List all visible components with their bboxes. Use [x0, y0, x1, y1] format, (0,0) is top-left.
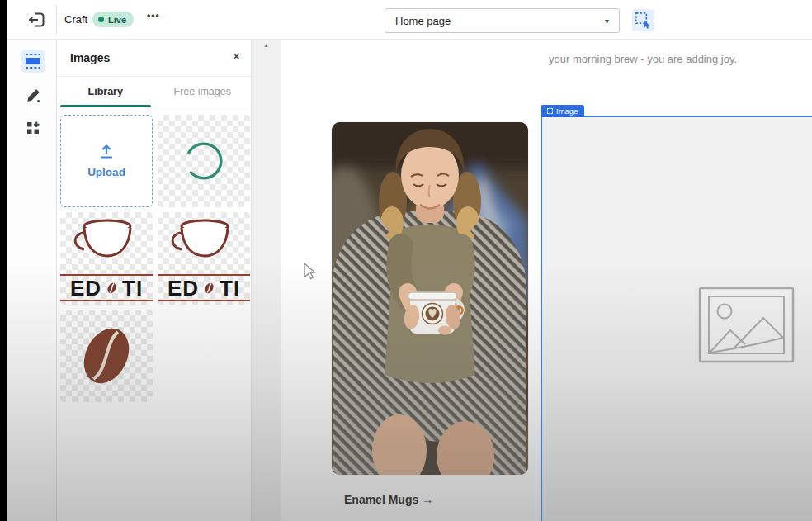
coffee-bean-glyph-icon [204, 282, 215, 295]
panel-title: Images [70, 51, 110, 64]
upload-icon [97, 144, 116, 160]
live-label: Live [108, 15, 126, 25]
dashed-square-icon [547, 108, 553, 114]
coffee-cup-icon [68, 217, 144, 268]
selection-marquee-icon [634, 11, 653, 30]
panel-tabs: Library Free images [57, 77, 251, 107]
editor-window: Craft Live ••• Home page ▾ [0, 0, 812, 521]
hero-paragraph[interactable]: your morning brew - you are adding joy. [549, 53, 737, 65]
topbar: Craft Live ••• Home page ▾ [7, 0, 812, 40]
logo-text-right: TI [122, 277, 143, 299]
live-status-badge: Live [92, 12, 134, 27]
canvas-gutter: ▴ [252, 40, 281, 521]
scroll-up-arrow-icon[interactable]: ▴ [252, 40, 281, 51]
product-photo-woman-with-mug[interactable] [332, 122, 528, 475]
image-library-grid: Upload ED [57, 107, 251, 402]
topbar-divider [56, 5, 57, 35]
enamel-mugs-link[interactable]: Enamel Mugs → [344, 493, 433, 506]
upload-image-tile[interactable]: Upload [60, 115, 153, 207]
library-image-tile-logo-2[interactable]: ED TI [158, 212, 250, 305]
element-label-tag: Image [541, 105, 584, 117]
close-panel-button[interactable]: ✕ [232, 50, 241, 63]
page-selector-value: Home page [395, 15, 605, 27]
photo-illustration [332, 122, 528, 475]
editor-sidebar [7, 40, 56, 521]
more-options-button[interactable]: ••• [147, 10, 160, 21]
element-label-text: Image [556, 107, 578, 116]
tab-free-images[interactable]: Free images [154, 77, 252, 107]
library-image-tile-bean[interactable] [60, 310, 153, 402]
multi-select-tool-button[interactable] [632, 9, 654, 31]
add-elements-icon [26, 121, 40, 135]
page-canvas: your morning brew - you are adding joy. [281, 40, 812, 521]
sidebar-item-add-elements[interactable] [21, 116, 45, 140]
logo-text-left: ED [168, 277, 199, 299]
images-panel-header: Images ✕ [57, 40, 251, 77]
workspace: Images ✕ Library Free images Upload [7, 40, 812, 521]
mouse-cursor-icon [304, 263, 316, 280]
coffee-cup-icon [166, 217, 242, 268]
tab-library[interactable]: Library [57, 77, 154, 107]
loading-spinner-icon [183, 140, 224, 182]
paint-brush-icon [26, 88, 40, 103]
images-panel: Images ✕ Library Free images Upload [56, 40, 252, 521]
uploading-image-tile[interactable] [158, 115, 250, 207]
chevron-down-icon: ▾ [605, 17, 609, 26]
selected-image-element[interactable]: Image [541, 116, 812, 521]
coffee-bean-glyph-icon [106, 282, 117, 295]
logo-text-band: ED TI [158, 274, 250, 301]
logo-text-left: ED [70, 277, 102, 299]
upload-label: Upload [87, 166, 125, 178]
site-title: Craft [64, 13, 87, 26]
sidebar-item-sections[interactable] [21, 50, 45, 73]
coffee-bean-icon [78, 319, 135, 393]
live-dot-icon [98, 17, 104, 22]
letterbox-bar [0, 0, 7, 521]
sections-icon [23, 53, 43, 69]
exit-editor-button[interactable] [27, 11, 45, 29]
sidebar-item-theme[interactable] [21, 84, 45, 107]
page-selector-dropdown[interactable]: Home page ▾ [385, 8, 620, 33]
logo-text-right: TI [220, 277, 240, 299]
exit-icon [27, 11, 45, 29]
image-placeholder-icon [698, 287, 795, 364]
logo-text-band: ED TI [60, 274, 153, 301]
library-image-tile-logo-1[interactable]: ED TI [60, 212, 153, 305]
